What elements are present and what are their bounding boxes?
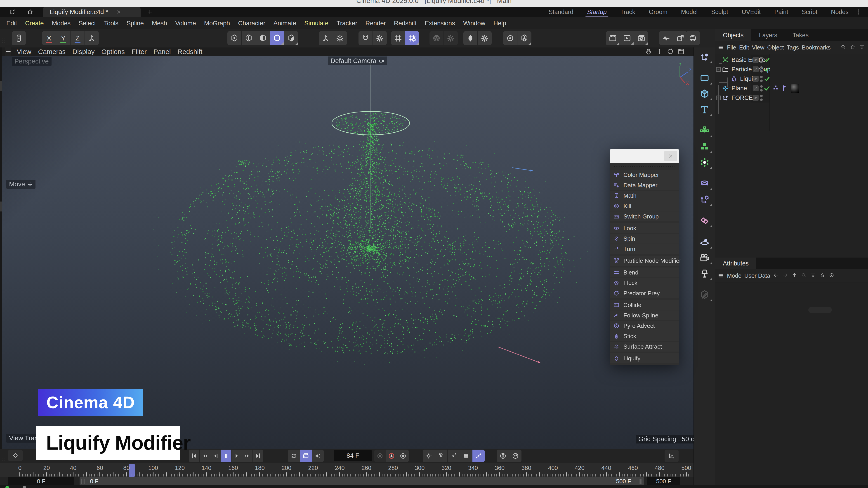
material-thumbnail[interactable]	[791, 84, 799, 93]
layout-tab-model[interactable]: Model	[681, 8, 698, 15]
context-menu-item-pyro-advect[interactable]: Pyro Advect	[610, 321, 679, 331]
viewport-maximize-button[interactable]	[677, 48, 685, 56]
tab-layers[interactable]: Layers	[751, 29, 785, 41]
menu-edit[interactable]: Edit	[6, 20, 17, 27]
gear-button[interactable]	[373, 31, 387, 45]
mode-edges-button[interactable]	[242, 31, 256, 45]
speaker-button[interactable]	[312, 450, 324, 462]
document-tab[interactable]: Liquify Modifier.c4d *	[43, 7, 141, 17]
menu-mesh[interactable]: Mesh	[152, 20, 167, 27]
enabled-check-icon[interactable]	[764, 75, 770, 82]
xpresso-wave-button[interactable]	[659, 31, 673, 45]
simulate-sphere-button[interactable]	[686, 31, 700, 45]
enabled-check-icon[interactable]	[764, 85, 770, 92]
autokey-button[interactable]	[386, 450, 397, 462]
range-grip-left[interactable]	[81, 479, 85, 484]
attributes-lock-button[interactable]	[819, 272, 825, 279]
palette-notch[interactable]	[0, 81, 2, 91]
object-manager-filter-button[interactable]	[859, 44, 865, 51]
visibility-dots[interactable]	[760, 66, 763, 72]
menu-select[interactable]: Select	[79, 20, 96, 27]
context-menu-item-switch-group[interactable]: Switch Group	[610, 212, 679, 221]
context-menu-item-data-mapper[interactable]: Data Mapper	[610, 180, 679, 190]
visibility-dots[interactable]	[760, 76, 763, 82]
key-rotation-button[interactable]	[435, 450, 447, 462]
menu-spline[interactable]: Spline	[127, 20, 144, 27]
editor-toggle[interactable]	[753, 57, 758, 63]
context-menu-item-spin[interactable]: Spin	[610, 234, 679, 243]
attributes-menu-user-data[interactable]: User Data	[744, 272, 770, 279]
simulation-forces-create-button[interactable]	[694, 49, 715, 65]
axis-a-button[interactable]	[518, 31, 531, 45]
add-keyframe-button[interactable]	[8, 450, 23, 461]
visibility-dots[interactable]	[760, 57, 763, 63]
kebab-menu-icon[interactable]	[855, 8, 862, 16]
key-pla-button[interactable]	[472, 450, 485, 462]
keying-settings-button[interactable]	[397, 450, 409, 462]
context-menu-item-look[interactable]: Look	[610, 223, 679, 233]
new-tab-button[interactable]	[147, 8, 153, 16]
menu-simulate[interactable]: Simulate	[304, 20, 329, 27]
playhead[interactable]	[129, 464, 135, 477]
tweak-button[interactable]	[12, 31, 26, 45]
menu-tools[interactable]: Tools	[104, 20, 119, 27]
spline-pen-create-button[interactable]	[694, 70, 715, 86]
context-menu-item-follow-spline[interactable]: Follow Spline	[610, 311, 679, 320]
attributes-menu-mode[interactable]: Mode	[727, 272, 741, 279]
tree-row-basic-emitter[interactable]: Basic Emitter	[715, 55, 868, 65]
viewport-menu-panel[interactable]: Panel	[153, 48, 171, 56]
skip-end-button[interactable]	[253, 450, 263, 462]
context-menu-item-color-mapper[interactable]: Color Mapper	[610, 170, 679, 180]
object-manager-menu-file[interactable]: File	[727, 44, 736, 51]
grid-button[interactable]	[391, 31, 405, 45]
attributes-search-button[interactable]	[801, 272, 807, 279]
camera-label[interactable]: Default Camera	[328, 57, 387, 65]
attributes-filter-button[interactable]	[810, 272, 816, 279]
key-position-button[interactable]	[423, 450, 435, 462]
menu-volume[interactable]: Volume	[175, 20, 196, 27]
next-frame-button[interactable]	[231, 450, 242, 462]
range-start-field[interactable]: 0 F	[8, 477, 74, 485]
editor-toggle[interactable]	[753, 86, 758, 91]
loop-button[interactable]	[288, 450, 300, 462]
tab-objects[interactable]: Objects	[715, 29, 751, 41]
preview-range-button[interactable]	[300, 450, 312, 462]
layout-tab-sculpt[interactable]: Sculpt	[711, 8, 728, 15]
menu-render[interactable]: Render	[366, 20, 386, 27]
preview-range-slider[interactable]: 0 F 500 F	[80, 477, 644, 485]
context-menu-item-turn[interactable]: Turn	[610, 244, 679, 254]
timeline-drag-handle[interactable]	[2, 451, 5, 461]
context-menu-item-collide[interactable]: Collide	[610, 300, 679, 310]
menu-window[interactable]: Window	[463, 20, 485, 27]
context-menu-item-predator-prey[interactable]: Predator Prey	[610, 288, 679, 298]
render-settings-button[interactable]	[634, 31, 648, 45]
object-manager-search-button[interactable]	[840, 44, 846, 51]
primitive-cube-create-button[interactable]	[694, 86, 715, 102]
menu-character[interactable]: Character	[238, 20, 265, 27]
visibility-dots[interactable]	[760, 95, 763, 101]
viewport-menu-cameras[interactable]: Cameras	[38, 48, 66, 56]
falloff-button[interactable]	[430, 31, 443, 45]
menu-create[interactable]: Create	[25, 20, 43, 27]
timeline-ruler[interactable]: 0204060801001201401601802002202402602803…	[0, 463, 693, 477]
palette-notch[interactable]	[0, 201, 2, 212]
viewport-hand-button[interactable]	[645, 48, 652, 56]
viewport-menu-redshift[interactable]: Redshift	[178, 48, 202, 56]
environment-create-button[interactable]	[694, 234, 715, 250]
coordinate-system-button[interactable]	[319, 31, 333, 45]
attributes-target-button[interactable]	[829, 272, 835, 279]
current-frame-field[interactable]: 84 F	[334, 450, 372, 461]
gear-button[interactable]	[477, 31, 492, 45]
visibility-dots[interactable]	[760, 85, 763, 92]
scene-camera-create-button[interactable]	[694, 250, 715, 266]
tree-row-particle-group[interactable]: −Particle Group	[715, 65, 868, 74]
mograph-cloner-create-button[interactable]	[694, 155, 715, 170]
context-menu-close-button[interactable]	[664, 151, 677, 161]
tab-takes[interactable]: Takes	[785, 29, 816, 41]
layout-tab-standard[interactable]: Standard	[549, 8, 574, 15]
menu-extensions[interactable]: Extensions	[425, 20, 455, 27]
next-key-button[interactable]	[242, 450, 252, 462]
tree-row-liquify[interactable]: Liquify	[715, 74, 868, 84]
viewport-menu-filter[interactable]: Filter	[131, 48, 147, 56]
deformer-create-button[interactable]	[694, 176, 715, 192]
